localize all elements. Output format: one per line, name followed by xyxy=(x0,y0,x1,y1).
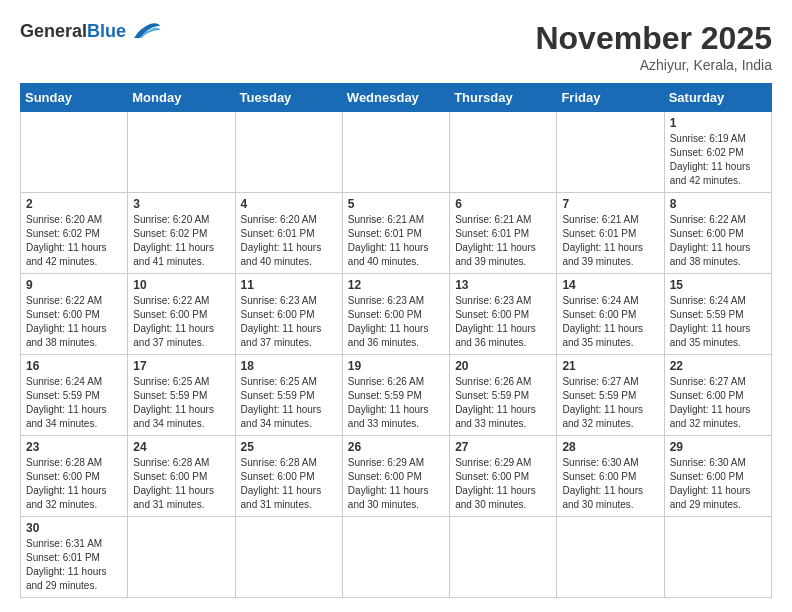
empty-cell xyxy=(21,112,128,193)
header-wednesday: Wednesday xyxy=(342,84,449,112)
day-26: 26 Sunrise: 6:29 AMSunset: 6:00 PMDaylig… xyxy=(342,436,449,517)
day-25: 25 Sunrise: 6:28 AMSunset: 6:00 PMDaylig… xyxy=(235,436,342,517)
day-2: 2 Sunrise: 6:20 AMSunset: 6:02 PMDayligh… xyxy=(21,193,128,274)
week-row-5: 23 Sunrise: 6:28 AMSunset: 6:00 PMDaylig… xyxy=(21,436,772,517)
day-15: 15 Sunrise: 6:24 AMSunset: 5:59 PMDaylig… xyxy=(664,274,771,355)
day-10: 10 Sunrise: 6:22 AMSunset: 6:00 PMDaylig… xyxy=(128,274,235,355)
day-27: 27 Sunrise: 6:29 AMSunset: 6:00 PMDaylig… xyxy=(450,436,557,517)
empty-cell xyxy=(342,517,449,598)
day-22: 22 Sunrise: 6:27 AMSunset: 6:00 PMDaylig… xyxy=(664,355,771,436)
day-20: 20 Sunrise: 6:26 AMSunset: 5:59 PMDaylig… xyxy=(450,355,557,436)
day-17: 17 Sunrise: 6:25 AMSunset: 5:59 PMDaylig… xyxy=(128,355,235,436)
day-29: 29 Sunrise: 6:30 AMSunset: 6:00 PMDaylig… xyxy=(664,436,771,517)
month-title: November 2025 xyxy=(535,20,772,57)
header-saturday: Saturday xyxy=(664,84,771,112)
week-row-1: 1 Sunrise: 6:19 AMSunset: 6:02 PMDayligh… xyxy=(21,112,772,193)
day-28: 28 Sunrise: 6:30 AMSunset: 6:00 PMDaylig… xyxy=(557,436,664,517)
calendar-table: Sunday Monday Tuesday Wednesday Thursday… xyxy=(20,83,772,598)
day-5: 5 Sunrise: 6:21 AMSunset: 6:01 PMDayligh… xyxy=(342,193,449,274)
day-24: 24 Sunrise: 6:28 AMSunset: 6:00 PMDaylig… xyxy=(128,436,235,517)
logo: GeneralBlue xyxy=(20,20,162,42)
empty-cell xyxy=(450,112,557,193)
day-14: 14 Sunrise: 6:24 AMSunset: 6:00 PMDaylig… xyxy=(557,274,664,355)
header-monday: Monday xyxy=(128,84,235,112)
week-row-2: 2 Sunrise: 6:20 AMSunset: 6:02 PMDayligh… xyxy=(21,193,772,274)
empty-cell xyxy=(235,517,342,598)
empty-cell xyxy=(235,112,342,193)
empty-cell xyxy=(664,517,771,598)
day-4: 4 Sunrise: 6:20 AMSunset: 6:01 PMDayligh… xyxy=(235,193,342,274)
weekday-header-row: Sunday Monday Tuesday Wednesday Thursday… xyxy=(21,84,772,112)
day-16: 16 Sunrise: 6:24 AMSunset: 5:59 PMDaylig… xyxy=(21,355,128,436)
week-row-4: 16 Sunrise: 6:24 AMSunset: 5:59 PMDaylig… xyxy=(21,355,772,436)
day-19: 19 Sunrise: 6:26 AMSunset: 5:59 PMDaylig… xyxy=(342,355,449,436)
header-thursday: Thursday xyxy=(450,84,557,112)
empty-cell xyxy=(557,112,664,193)
header-sunday: Sunday xyxy=(21,84,128,112)
header-tuesday: Tuesday xyxy=(235,84,342,112)
day-30: 30 Sunrise: 6:31 AMSunset: 6:01 PMDaylig… xyxy=(21,517,128,598)
day-7: 7 Sunrise: 6:21 AMSunset: 6:01 PMDayligh… xyxy=(557,193,664,274)
day-6: 6 Sunrise: 6:21 AMSunset: 6:01 PMDayligh… xyxy=(450,193,557,274)
location: Azhiyur, Kerala, India xyxy=(535,57,772,73)
week-row-3: 9 Sunrise: 6:22 AMSunset: 6:00 PMDayligh… xyxy=(21,274,772,355)
week-row-6: 30 Sunrise: 6:31 AMSunset: 6:01 PMDaylig… xyxy=(21,517,772,598)
day-18: 18 Sunrise: 6:25 AMSunset: 5:59 PMDaylig… xyxy=(235,355,342,436)
title-block: November 2025 Azhiyur, Kerala, India xyxy=(535,20,772,73)
empty-cell xyxy=(450,517,557,598)
day-21: 21 Sunrise: 6:27 AMSunset: 5:59 PMDaylig… xyxy=(557,355,664,436)
day-3: 3 Sunrise: 6:20 AMSunset: 6:02 PMDayligh… xyxy=(128,193,235,274)
day-9: 9 Sunrise: 6:22 AMSunset: 6:00 PMDayligh… xyxy=(21,274,128,355)
logo-general: GeneralBlue xyxy=(20,21,126,42)
day-12: 12 Sunrise: 6:23 AMSunset: 6:00 PMDaylig… xyxy=(342,274,449,355)
page-header: GeneralBlue November 2025 Azhiyur, Keral… xyxy=(20,20,772,73)
header-friday: Friday xyxy=(557,84,664,112)
logo-bird-icon xyxy=(130,20,162,42)
empty-cell xyxy=(128,112,235,193)
day-23: 23 Sunrise: 6:28 AMSunset: 6:00 PMDaylig… xyxy=(21,436,128,517)
empty-cell xyxy=(342,112,449,193)
empty-cell xyxy=(557,517,664,598)
day-11: 11 Sunrise: 6:23 AMSunset: 6:00 PMDaylig… xyxy=(235,274,342,355)
day-13: 13 Sunrise: 6:23 AMSunset: 6:00 PMDaylig… xyxy=(450,274,557,355)
day-1: 1 Sunrise: 6:19 AMSunset: 6:02 PMDayligh… xyxy=(664,112,771,193)
day-8: 8 Sunrise: 6:22 AMSunset: 6:00 PMDayligh… xyxy=(664,193,771,274)
empty-cell xyxy=(128,517,235,598)
